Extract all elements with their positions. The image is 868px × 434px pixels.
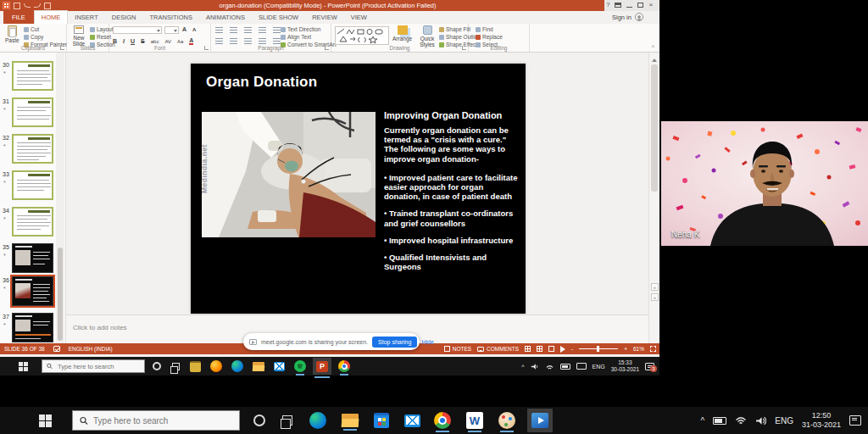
reset-button[interactable]: Reset — [90, 34, 111, 40]
edge-icon[interactable] — [231, 360, 243, 372]
comments-toggle[interactable]: COMMENTS — [477, 346, 519, 352]
mail-icon[interactable] — [404, 415, 420, 427]
slide-thumbnail-32[interactable]: 32* — [0, 134, 56, 166]
editor-scrollbar[interactable]: « » — [648, 53, 659, 343]
tab-transitions[interactable]: TRANSITIONS — [142, 11, 198, 24]
line-spacing-icon[interactable] — [273, 27, 281, 33]
tab-slideshow[interactable]: SLIDE SHOW — [252, 11, 305, 24]
change-case-button[interactable]: Aa — [177, 39, 183, 44]
thumbnail-scrollbar-thumb[interactable] — [58, 248, 63, 341]
strikethrough-button[interactable]: S — [141, 38, 145, 44]
edge-icon[interactable] — [309, 412, 326, 429]
task-view-icon[interactable] — [172, 363, 180, 370]
paragraph-dialog-launcher[interactable] — [325, 46, 329, 50]
shapes-gallery[interactable] — [335, 26, 389, 45]
touch-keyboard-icon[interactable] — [576, 363, 587, 370]
action-center-icon[interactable] — [849, 415, 861, 426]
slide-thumbnail-33[interactable]: 33* — [0, 170, 56, 203]
save-icon[interactable] — [14, 3, 20, 9]
fit-to-window-icon[interactable] — [650, 346, 656, 352]
network-icon[interactable] — [545, 363, 554, 370]
chrome-icon[interactable] — [434, 412, 451, 429]
font-name-combobox[interactable] — [113, 26, 162, 34]
speaker-icon[interactable] — [531, 363, 539, 370]
hide-banner-link[interactable]: Hide — [421, 339, 433, 345]
replace-button[interactable]: Replace — [476, 34, 503, 40]
tray-language[interactable]: ENG — [775, 416, 793, 426]
slideshow-view-icon[interactable] — [560, 346, 565, 353]
italic-button[interactable]: I — [123, 38, 125, 44]
slide-thumbnail-35[interactable]: 35* — [0, 243, 56, 275]
chrome-icon[interactable] — [338, 360, 350, 372]
action-center-icon[interactable]: 3 — [645, 363, 654, 370]
tab-design[interactable]: DESIGN — [105, 11, 143, 24]
paint-icon[interactable] — [498, 412, 515, 429]
word-icon[interactable]: W — [466, 412, 483, 429]
next-slide-button[interactable]: » — [651, 293, 659, 301]
wifi-icon[interactable] — [735, 416, 747, 426]
tab-file[interactable]: FILE — [3, 11, 34, 24]
participant-video-tile[interactable]: Neha K — [661, 121, 868, 246]
editor-scrollbar-thumb[interactable] — [651, 64, 658, 192]
clipboard-dialog-launcher[interactable] — [60, 46, 64, 50]
zoom-out-icon[interactable]: - — [571, 346, 573, 352]
align-center-icon[interactable] — [230, 38, 237, 44]
zoom-slider-thumb[interactable] — [597, 346, 599, 352]
tray-chevron-up-icon[interactable]: ^ — [701, 416, 705, 426]
tray-chevron-up-icon[interactable]: ^ — [521, 364, 524, 370]
justify-icon[interactable] — [259, 38, 266, 44]
stop-sharing-button[interactable]: Stop sharing — [372, 337, 417, 348]
restore-icon[interactable] — [637, 3, 643, 8]
previous-slide-button[interactable]: « — [651, 283, 659, 291]
minimize-icon[interactable] — [626, 7, 632, 8]
file-explorer-icon[interactable] — [342, 414, 359, 427]
films-tv-icon[interactable] — [527, 409, 553, 432]
font-size-combobox[interactable] — [164, 26, 179, 34]
numbering-icon[interactable] — [230, 27, 237, 33]
start-button-icon[interactable] — [39, 415, 52, 427]
mail-icon[interactable] — [274, 362, 285, 371]
align-text-button[interactable]: Align Text — [281, 34, 311, 40]
start-slideshow-icon[interactable] — [44, 3, 51, 9]
scroll-up-icon[interactable] — [652, 56, 657, 62]
battery-icon[interactable] — [560, 364, 570, 370]
firefox-icon[interactable] — [210, 360, 222, 372]
search-input[interactable] — [93, 416, 232, 426]
tab-view[interactable]: VIEW — [344, 11, 374, 24]
zoom-slider[interactable] — [579, 348, 618, 349]
underline-button[interactable]: U — [131, 38, 135, 44]
paste-button[interactable]: Paste — [5, 25, 19, 43]
tab-review[interactable]: REVIEW — [305, 11, 344, 24]
slide-thumbnail-37[interactable]: 37* — [0, 313, 56, 345]
start-button-icon[interactable] — [19, 362, 28, 371]
spellcheck-status[interactable] — [49, 346, 64, 352]
font-color-button[interactable]: A — [189, 37, 193, 45]
normal-view-icon[interactable] — [525, 346, 531, 352]
align-right-icon[interactable] — [244, 38, 252, 44]
bullets-icon[interactable] — [215, 27, 223, 33]
undo-icon[interactable] — [24, 3, 31, 8]
zoom-in-icon[interactable]: + — [624, 346, 627, 352]
slide-thumbnail-31[interactable]: 31* — [0, 97, 56, 130]
battery-icon[interactable] — [713, 417, 726, 425]
task-view-icon[interactable] — [282, 415, 292, 426]
shrink-font-button[interactable]: A — [192, 27, 196, 32]
grow-font-button[interactable]: A — [182, 26, 186, 32]
shape-fill-button[interactable]: Shape Fill — [439, 26, 470, 32]
tab-animations[interactable]: ANIMATIONS — [199, 11, 252, 24]
briefcase-app-icon[interactable] — [190, 361, 201, 372]
speaker-icon[interactable] — [755, 416, 766, 426]
slide-thumbnail-30[interactable]: 30* — [0, 61, 56, 93]
arrange-button[interactable]: Arrange — [392, 25, 412, 42]
increase-indent-icon[interactable] — [259, 27, 266, 33]
language-status[interactable]: ENGLISH (INDIA) — [64, 346, 117, 352]
tray-clock[interactable]: 12:50 31-03-2021 — [802, 411, 841, 431]
shadow-button[interactable]: abc — [151, 39, 159, 44]
drawing-dialog-launcher[interactable] — [462, 46, 466, 50]
text-direction-button[interactable]: Text Direction — [281, 26, 320, 32]
help-icon[interactable]: ? — [606, 1, 609, 8]
powerpoint-taskbar-icon[interactable]: P — [313, 358, 331, 375]
collapse-ribbon-icon[interactable]: ^ — [652, 44, 654, 50]
slide-thumbnail-36-selected[interactable]: 36* — [0, 276, 56, 309]
ribbon-display-options-icon[interactable] — [615, 3, 621, 8]
